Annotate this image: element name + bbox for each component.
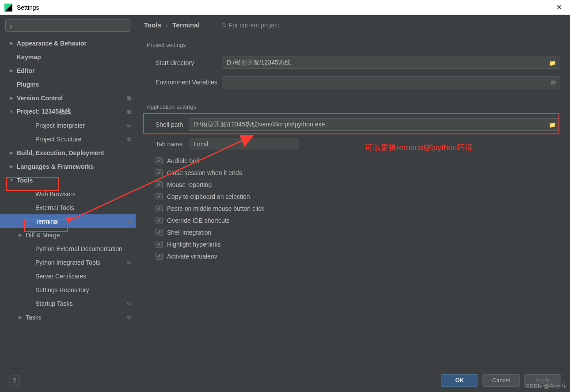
- main-panel: ▶Appearance & BehaviorKeymap▶EditorPlugi…: [0, 15, 570, 369]
- checkbox-audible-bell[interactable]: Audible bell: [147, 157, 559, 164]
- watermark: CSDN @白小斗: [525, 382, 566, 390]
- env-vars-input[interactable]: [222, 76, 559, 88]
- footer: ? OK Cancel Apply: [0, 369, 570, 392]
- sidebar-item-label: Server Certificates: [35, 273, 86, 280]
- ok-button[interactable]: OK: [441, 374, 478, 387]
- search-input[interactable]: [5, 19, 130, 32]
- sidebar-item-plugins[interactable]: Plugins: [0, 77, 136, 91]
- sidebar-item-tasks[interactable]: ▶Tasks⧉: [0, 310, 136, 324]
- breadcrumb-leaf: Terminal: [172, 21, 199, 29]
- sidebar-item-version-control[interactable]: ▶Version Control⧉: [0, 91, 136, 105]
- tree-arrow-icon: ▶: [9, 95, 14, 100]
- sidebar-item-external-tools[interactable]: External Tools: [0, 201, 136, 214]
- sidebar-item-label: Web Browsers: [35, 190, 76, 198]
- project-scope: ⧉ For current project: [222, 21, 279, 29]
- sidebar-item-label: Appearance & Behavior: [17, 40, 87, 47]
- checkmark-icon: [156, 205, 163, 212]
- checkbox-activate-venv[interactable]: Activate virtualenv: [147, 253, 559, 260]
- copy-icon: ⧉: [222, 21, 226, 29]
- tree-arrow-icon: ▶: [18, 315, 23, 320]
- cancel-button[interactable]: Cancel: [483, 374, 520, 387]
- settings-tree[interactable]: ▶Appearance & BehaviorKeymap▶EditorPlugi…: [0, 36, 136, 369]
- tab-name-label: Tab name: [147, 141, 189, 148]
- sidebar-item-label: Diff & Merge: [26, 232, 60, 239]
- sidebar-item-label: Terminal: [35, 218, 59, 225]
- folder-icon[interactable]: 📁: [549, 122, 556, 128]
- tree-arrow-icon: ▶: [9, 164, 14, 169]
- sidebar-item-label: Project Structure: [35, 136, 81, 143]
- sidebar-item-tools[interactable]: ▼Tools: [0, 173, 136, 187]
- copy-icon: ⧉: [127, 314, 131, 320]
- section-project-settings: Project settings: [147, 42, 559, 48]
- sidebar-item-languages-frameworks[interactable]: ▶Languages & Frameworks: [0, 160, 136, 173]
- window-title: Settings: [17, 4, 552, 11]
- sidebar-item-label: Languages & Frameworks: [17, 163, 94, 170]
- sidebar-item-label: External Tools: [35, 204, 74, 211]
- checkbox-mouse-reporting[interactable]: Mouse reporting: [147, 181, 559, 188]
- start-directory-label: Start directory: [147, 59, 222, 66]
- sidebar-item-appearance-behavior[interactable]: ▶Appearance & Behavior: [0, 36, 136, 50]
- sidebar-item-editor[interactable]: ▶Editor: [0, 64, 136, 77]
- sidebar-item-keymap[interactable]: Keymap: [0, 50, 136, 64]
- checkbox-close-session[interactable]: Close session when it ends: [147, 169, 559, 176]
- sidebar-item-python-integrated-tools[interactable]: Python Integrated Tools⧉: [0, 255, 136, 269]
- sidebar-item-label: Keymap: [17, 53, 41, 61]
- sidebar-item-label: Settings Repository: [35, 286, 89, 293]
- folder-icon[interactable]: 📁: [549, 60, 556, 66]
- sidebar-item-startup-tasks[interactable]: Startup Tasks⧉: [0, 297, 136, 310]
- sidebar-item-settings-repository[interactable]: Settings Repository: [0, 283, 136, 297]
- sidebar-item-label: Version Control: [17, 95, 63, 102]
- copy-icon: ⧉: [127, 259, 131, 266]
- sidebar-item-diff-merge[interactable]: ▶Diff & Merge: [0, 228, 136, 242]
- shell-path-label: Shell path: [147, 121, 189, 128]
- checkmark-icon: [156, 181, 163, 188]
- tree-arrow-icon: ▼: [9, 178, 14, 183]
- sidebar-item-build-execution-deployment[interactable]: ▶Build, Execution, Deployment: [0, 146, 136, 160]
- sidebar-item-web-browsers[interactable]: Web Browsers: [0, 187, 136, 201]
- sidebar-item-project-structure[interactable]: Project Structure⧉: [0, 132, 136, 146]
- shell-path-input[interactable]: [189, 118, 559, 131]
- checkmark-icon: [156, 229, 163, 236]
- copy-icon: ⧉: [127, 95, 131, 101]
- checkmark-icon: [156, 169, 163, 176]
- checkbox-copy-clipboard[interactable]: Copy to clipboard on selection: [147, 193, 559, 200]
- sidebar-item-project-interpreter[interactable]: Project Interpreter⧉: [0, 118, 136, 132]
- content-body: Project settings Start directory 📁 Envir…: [136, 35, 570, 369]
- sidebar-item-label: Build, Execution, Deployment: [17, 149, 104, 156]
- list-icon[interactable]: ▤: [551, 79, 556, 86]
- sidebar-item-label: Python External Documentation: [35, 245, 122, 252]
- checkmark-icon: [156, 241, 163, 248]
- tree-arrow-icon: ▼: [9, 109, 14, 114]
- tree-arrow-icon: ▶: [18, 232, 23, 237]
- help-button[interactable]: ?: [9, 375, 20, 386]
- sidebar-item-label: Plugins: [17, 81, 39, 88]
- checkbox-shell-integration[interactable]: Shell integration: [147, 229, 559, 236]
- chevron-right-icon: ›: [166, 21, 168, 29]
- sidebar-item-label: Project: 12345热线: [17, 108, 71, 116]
- sidebar-item-label: Project Interpreter: [35, 122, 85, 129]
- checkbox-override-ide[interactable]: Override IDE shortcuts: [147, 217, 559, 224]
- close-icon[interactable]: ✕: [552, 3, 566, 11]
- sidebar-item-label: Tasks: [26, 314, 42, 321]
- sidebar-item-terminal[interactable]: Terminal⧉: [0, 214, 136, 228]
- tree-arrow-icon: ▶: [9, 68, 14, 73]
- start-directory-input[interactable]: [222, 57, 559, 69]
- checkmark-icon: [156, 217, 163, 224]
- breadcrumb-root: Tools: [144, 21, 161, 29]
- sidebar-item-python-external-documentation[interactable]: Python External Documentation: [0, 242, 136, 255]
- tab-name-input[interactable]: [189, 138, 299, 150]
- content-header: Tools › Terminal ⧉ For current project: [136, 15, 570, 35]
- checkbox-highlight-links[interactable]: Highlight hyperlinks: [147, 241, 559, 248]
- checkbox-paste-middle[interactable]: Paste on middle mouse button click: [147, 205, 559, 212]
- copy-icon: ⧉: [127, 136, 131, 142]
- env-vars-label: Environment Variables: [147, 79, 222, 86]
- sidebar-item-label: Startup Tasks: [35, 300, 73, 307]
- sidebar-item-server-certificates[interactable]: Server Certificates: [0, 269, 136, 283]
- checkmark-icon: [156, 253, 163, 260]
- tree-arrow-icon: ▶: [9, 41, 14, 46]
- sidebar-item-label: Tools: [17, 177, 33, 184]
- breadcrumb: Tools › Terminal: [144, 21, 200, 29]
- sidebar-item-project-12345-[interactable]: ▼Project: 12345热线⧉: [0, 105, 136, 118]
- content-panel: Tools › Terminal ⧉ For current project P…: [136, 15, 570, 369]
- copy-icon: ⧉: [127, 122, 131, 129]
